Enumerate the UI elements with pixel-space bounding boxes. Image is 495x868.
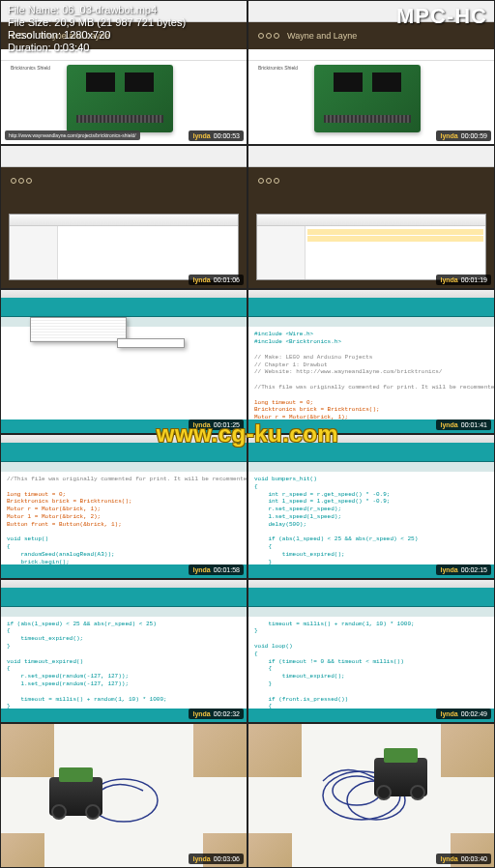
thumbnail-grid: Wayne and Layne Bricktronics Shield http… (0, 0, 495, 868)
file-dialog (9, 214, 239, 281)
player-name: MPC-HC (396, 4, 487, 53)
thumb-5: lynda00:01:25 (0, 289, 248, 434)
wood-panel (1, 724, 54, 777)
thumb-7: //This file was originally commented for… (0, 434, 248, 579)
thumb-12: lynda00:03:40 (248, 723, 495, 868)
code-editor: #include <Wire.h> #include <Bricktronics… (248, 327, 494, 420)
wood-panel (1, 833, 44, 867)
filename: File Name: 06_03-drawbot.mp4 (8, 4, 186, 15)
logo-icon (11, 178, 32, 184)
file-dialog (256, 214, 486, 281)
code-editor: if (abs(l_speed) < 25 && abs(r_speed) < … (1, 617, 247, 709)
timestamp-badge: lynda00:00:53 (189, 130, 244, 141)
thumb-9: if (abs(l_speed) < 25 && abs(r_speed) < … (0, 579, 248, 724)
logo-icon (258, 178, 279, 184)
circuit-board-image (67, 65, 173, 132)
thumb-6: #include <Wire.h> #include <Bricktronics… (248, 289, 495, 434)
dialog-filelist (58, 226, 238, 280)
code-editor: timeout = millis() + random(1, 10) * 100… (248, 617, 494, 709)
ide-menu (30, 317, 127, 342)
code-editor: //This file was originally commented for… (1, 472, 247, 564)
product-label: Bricktronics Shield (11, 65, 59, 140)
duration: Duration: 0:03:40 (8, 42, 186, 53)
thumb-4: lynda00:01:19 (248, 145, 495, 290)
resolution: Resolution: 1280x720 (8, 29, 186, 41)
ide-submenu (117, 338, 185, 348)
thumb-3: lynda00:01:06 (0, 145, 248, 290)
code-editor: void bumpers_hit() { int r_speed = r.get… (248, 472, 494, 564)
robot (49, 777, 102, 816)
circuit-board-image (314, 65, 421, 132)
wood-panel (193, 724, 247, 777)
media-info-overlay: File Name: 06_03-drawbot.mp4 File Size: … (0, 0, 495, 57)
ide-titlebar (1, 290, 247, 298)
ide-toolbar (1, 298, 247, 317)
dialog-sidebar (10, 226, 58, 280)
filesize: File Size: 20,9 MB (21 987 721 bytes) (8, 16, 186, 28)
url-tooltip: http://www.wayneandlayne.com/projects/br… (5, 130, 140, 140)
robot (374, 758, 427, 796)
thumb-8: void bumpers_hit() { int r_speed = r.get… (248, 434, 495, 579)
thumb-10: timeout = millis() + random(1, 10) * 100… (248, 579, 495, 724)
selected-file-row (307, 229, 483, 235)
thumb-11: lynda00:03:06 (0, 723, 248, 868)
